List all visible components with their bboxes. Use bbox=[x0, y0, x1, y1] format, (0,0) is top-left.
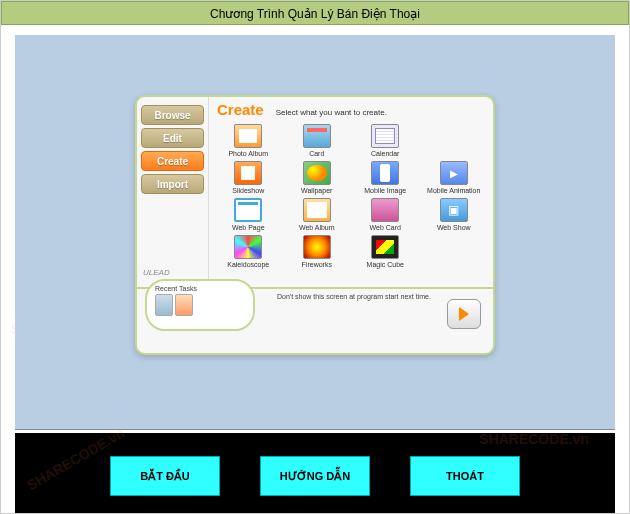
photo-album-icon bbox=[234, 124, 262, 148]
main-area: Browse Edit Create Import ULEAD Create S… bbox=[15, 35, 615, 429]
kaleidoscope-icon bbox=[234, 235, 262, 259]
create-grid: Photo Album Card Calendar Slideshow Wall… bbox=[217, 124, 485, 268]
web-show-icon bbox=[440, 198, 468, 222]
item-web-album[interactable]: Web Album bbox=[286, 198, 349, 231]
slideshow-icon bbox=[234, 161, 262, 185]
tab-create[interactable]: Create bbox=[141, 151, 204, 171]
web-page-icon bbox=[234, 198, 262, 222]
item-kaleidoscope[interactable]: Kaleidoscope bbox=[217, 235, 280, 268]
item-web-show[interactable]: Web Show bbox=[423, 198, 486, 231]
item-web-page[interactable]: Web Page bbox=[217, 198, 280, 231]
content-subtitle: Select what you want to create. bbox=[276, 108, 387, 117]
start-button[interactable]: BẮT ĐẦU bbox=[110, 456, 220, 496]
exit-button[interactable]: THOÁT bbox=[410, 456, 520, 496]
recent-tasks-title: Recent Tasks bbox=[155, 285, 245, 292]
recent-thumb[interactable] bbox=[155, 294, 173, 316]
tab-browse[interactable]: Browse bbox=[141, 105, 204, 125]
wallpaper-icon bbox=[303, 161, 331, 185]
card-icon bbox=[303, 124, 331, 148]
create-dialog: Browse Edit Create Import ULEAD Create S… bbox=[135, 95, 495, 355]
item-mobile-image[interactable]: Mobile Image bbox=[354, 161, 417, 194]
guide-button[interactable]: HƯỚNG DẪN bbox=[260, 456, 370, 496]
fireworks-icon bbox=[303, 235, 331, 259]
recent-tasks-panel: Recent Tasks bbox=[145, 279, 255, 331]
startup-hint-label: Don't show this screen at program start … bbox=[277, 293, 431, 300]
tab-edit[interactable]: Edit bbox=[141, 128, 204, 148]
dialog-sidebar: Browse Edit Create Import ULEAD bbox=[137, 97, 209, 287]
brand-label: ULEAD bbox=[141, 266, 204, 279]
item-web-card[interactable]: Web Card bbox=[354, 198, 417, 231]
magic-cube-icon bbox=[371, 235, 399, 259]
divider bbox=[15, 429, 615, 439]
bottom-bar: BẮT ĐẦU HƯỚNG DẪN THOÁT bbox=[15, 439, 615, 513]
item-card[interactable]: Card bbox=[286, 124, 349, 157]
calendar-icon bbox=[371, 124, 399, 148]
item-slideshow[interactable]: Slideshow bbox=[217, 161, 280, 194]
dialog-content: Create Select what you want to create. P… bbox=[209, 97, 493, 287]
mobile-animation-icon bbox=[440, 161, 468, 185]
item-calendar[interactable]: Calendar bbox=[354, 124, 417, 157]
item-magic-cube[interactable]: Magic Cube bbox=[354, 235, 417, 268]
web-album-icon bbox=[303, 198, 331, 222]
dialog-footer: Recent Tasks Don't show this screen at p… bbox=[137, 287, 493, 347]
window-title: Chương Trình Quản Lý Bán Điện Thoại bbox=[210, 7, 420, 21]
tab-import[interactable]: Import bbox=[141, 174, 204, 194]
play-button[interactable] bbox=[447, 299, 481, 329]
item-fireworks[interactable]: Fireworks bbox=[286, 235, 349, 268]
mobile-image-icon bbox=[371, 161, 399, 185]
item-mobile-animation[interactable]: Mobile Animation bbox=[423, 161, 486, 194]
recent-thumb[interactable] bbox=[175, 294, 193, 316]
window-titlebar: Chương Trình Quản Lý Bán Điện Thoại bbox=[1, 1, 629, 25]
item-photo-album[interactable]: Photo Album bbox=[217, 124, 280, 157]
content-title: Create bbox=[217, 101, 264, 118]
item-wallpaper[interactable]: Wallpaper bbox=[286, 161, 349, 194]
web-card-icon bbox=[371, 198, 399, 222]
